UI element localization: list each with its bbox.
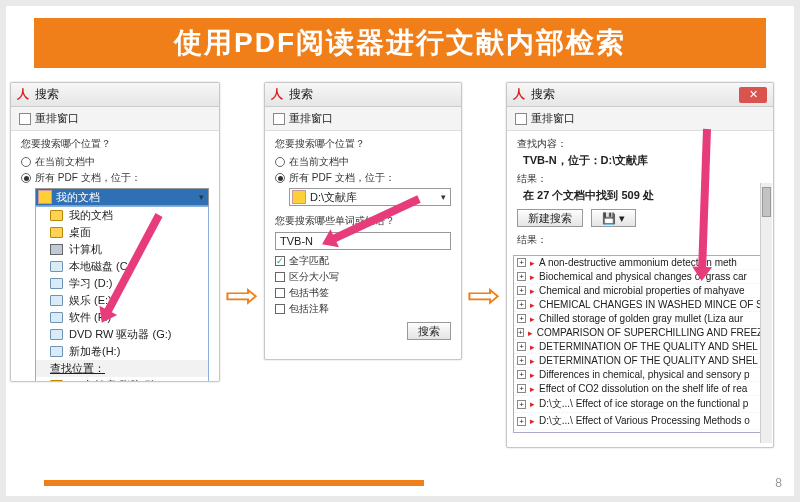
result-title: Chilled storage of golden gray mullet (L… [539,313,743,324]
expand-icon[interactable]: + [517,314,526,323]
result-row[interactable]: +▸DETERMINATION OF THE QUALITY AND SHEL [514,354,766,368]
result-row[interactable]: +▸D:\文...\ Effect of Various Processing … [514,413,766,430]
folder-label: 我的文档 [69,208,113,223]
save-dropdown-button[interactable]: 💾 ▾ [591,209,636,227]
location-question: 您要搜索哪个位置？ [275,137,451,151]
folder-item[interactable]: 我的文档 [36,207,208,224]
folder-icon [38,190,52,204]
drive-icon [50,346,63,357]
pdf-icon: ▸ [530,416,535,426]
path-item[interactable]: D:\文献库\脂肪(酸) [36,377,208,382]
results-header: 查找内容： TVB-N，位于：D:\文献库 结果： 在 27 个文档中找到 50… [507,131,773,253]
folder-item[interactable]: 娱乐 (E:) [36,292,208,309]
location-dropdown[interactable]: D:\文献库 ▾ [289,188,451,206]
expand-icon[interactable]: + [517,370,526,379]
result-title: Differences in chemical, physical and se… [539,369,749,380]
arrange-window-icon[interactable] [515,113,527,125]
result-row[interactable]: +▸Differences in chemical, physical and … [514,368,766,382]
folder-icon [50,380,63,382]
window-title-text: 搜索 [289,86,313,103]
result-row[interactable]: +▸Chilled storage of golden gray mullet … [514,312,766,326]
window-title-text: 搜索 [35,86,59,103]
result-row[interactable]: +▸CHEMICAL CHANGES IN WASHED MINCE OF S [514,298,766,312]
toolbar: 重排窗口 [265,107,461,131]
radio-all-pdf[interactable]: 所有 PDF 文档，位于： [21,171,209,185]
pdf-icon: ▸ [530,399,535,409]
pdf-icon: ▸ [530,356,535,366]
find-label: 查找内容： [517,137,763,151]
window-titlebar: 人 搜索 ✕ [507,83,773,107]
expand-icon[interactable]: + [517,286,526,295]
drive-icon [50,295,63,306]
panel-step3: 人 搜索 ✕ 重排窗口 查找内容： TVB-N，位于：D:\文献库 结果： 在 … [506,82,774,448]
window-titlebar: 人 搜索 [11,83,219,107]
location-dropdown[interactable]: 我的文档 ▾ [35,188,209,206]
check-whole-word[interactable]: ✓全字匹配 [275,254,451,268]
radio-current-doc-label: 在当前文档中 [289,155,349,169]
check-label: 包括注释 [289,302,329,316]
panel-step2: 人 搜索 重排窗口 您要搜索哪个位置？ 在当前文档中 所有 PDF 文档，位于：… [264,82,462,360]
folder-item[interactable]: 新加卷(H:) [36,343,208,360]
desktop-icon [50,227,63,238]
arrange-window-icon[interactable] [19,113,31,125]
check-comments[interactable]: 包括注释 [275,302,451,316]
result-row[interactable]: +▸Chemical and microbial properties of m… [514,284,766,298]
scrollbar[interactable] [760,183,772,443]
drive-icon [50,278,63,289]
expand-icon[interactable]: + [517,328,524,337]
result-row[interactable]: +▸D:\文...\ Effect of ice storage on the … [514,396,766,413]
section-heading: 查找位置： [36,360,208,377]
folder-item[interactable]: 软件 (F:) [36,309,208,326]
location-question: 您要搜索哪个位置？ [21,137,209,151]
drive-icon [50,312,63,323]
expand-icon[interactable]: + [517,258,526,267]
result-row[interactable]: +▸D:\文...\ Effects of refrigerated stora… [514,430,766,433]
radio-current-doc[interactable]: 在当前文档中 [21,155,209,169]
result-title: D:\文...\ Effects of refrigerated storage… [539,431,749,433]
expand-icon[interactable]: + [517,342,526,351]
expand-icon[interactable]: + [517,384,526,393]
result-row[interactable]: +▸COMPARISON OF SUPERCHILLING AND FREEZ [514,326,766,340]
pdf-icon: ▸ [530,314,535,324]
result-row[interactable]: +▸A non-destructive ammonium detection m… [514,256,766,270]
dropdown-selected: D:\文献库 [310,190,357,205]
check-bookmarks[interactable]: 包括书签 [275,286,451,300]
search-button[interactable]: 搜索 [407,322,451,340]
pdf-icon: ▸ [530,258,535,268]
folder-item[interactable]: DVD RW 驱动器 (G:) [36,326,208,343]
radio-current-doc[interactable]: 在当前文档中 [275,155,451,169]
search-term-input[interactable]: TVB-N [275,232,451,250]
expand-icon[interactable]: + [517,356,526,365]
folder-dropdown-list: 我的文档 桌面 计算机 本地磁盘 (C:) 学习 (D:) 娱乐 (E:) 软件… [35,206,209,382]
adobe-icon: 人 [17,86,29,103]
result-row[interactable]: +▸Biochemical and physical changes of gr… [514,270,766,284]
panels-row: 人 搜索 重排窗口 您要搜索哪个位置？ 在当前文档中 所有 PDF 文档，位于：… [6,82,794,448]
result-row[interactable]: +▸DETERMINATION OF THE QUALITY AND SHEL [514,340,766,354]
toolbar-label: 重排窗口 [531,111,575,126]
folder-item[interactable]: 计算机 [36,241,208,258]
scrollbar-thumb[interactable] [762,187,771,217]
page-number: 8 [775,476,782,490]
toolbar-label: 重排窗口 [289,111,333,126]
search-term-value: TVB-N [280,235,313,247]
result-title: DETERMINATION OF THE QUALITY AND SHEL [539,355,758,366]
close-icon[interactable]: ✕ [739,87,767,103]
arrange-window-icon[interactable] [273,113,285,125]
results-list-label: 结果： [517,233,763,247]
chevron-down-icon: ▾ [439,192,448,202]
result-title: D:\文...\ Effect of ice storage on the fu… [539,397,748,411]
expand-icon[interactable]: + [517,272,526,281]
search-form: 您要搜索哪个位置？ 在当前文档中 所有 PDF 文档，位于： D:\文献库 ▾ … [265,131,461,346]
pdf-icon: ▸ [530,272,535,282]
folder-item[interactable]: 桌面 [36,224,208,241]
folder-label: 新加卷(H:) [69,344,120,359]
expand-icon[interactable]: + [517,400,526,409]
results-list[interactable]: +▸A non-destructive ammonium detection m… [513,255,767,433]
new-search-button[interactable]: 新建搜索 [517,209,583,227]
result-row[interactable]: +▸Effect of CO2 dissolution on the shelf… [514,382,766,396]
expand-icon[interactable]: + [517,300,526,309]
expand-icon[interactable]: + [517,417,526,426]
radio-all-pdf[interactable]: 所有 PDF 文档，位于： [275,171,451,185]
check-case[interactable]: 区分大小写 [275,270,451,284]
folder-item[interactable]: 本地磁盘 (C:) [36,258,208,275]
